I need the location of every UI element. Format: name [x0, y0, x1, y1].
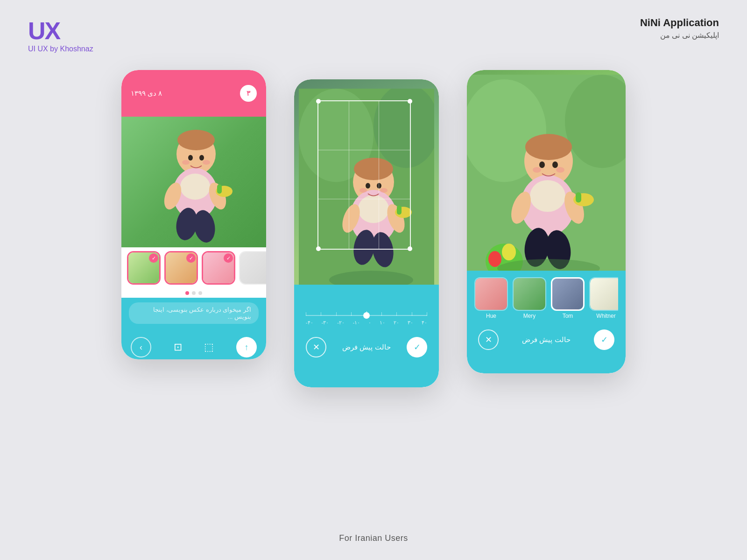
dot-2 [192, 291, 196, 295]
crop-default-label: حالت پیش فرض [342, 343, 390, 351]
svg-point-10 [188, 155, 193, 161]
app-title-block: NiNi Application اپلیکیشن نی نی من [640, 17, 719, 40]
notification-badge: ۳ [240, 85, 257, 102]
crop-cancel-button[interactable]: ✕ [306, 337, 326, 357]
footer-text: For Iranian Users [339, 533, 408, 543]
phone-1-main-image [121, 117, 266, 247]
svg-point-51 [488, 251, 501, 267]
logo-subtitle: UI UX by Khoshnaz [28, 45, 93, 53]
slider-label-n20: -۲۰ [337, 320, 345, 326]
caption-input[interactable]: اگر میخوای درباره عکس بنویسی، اینجا بنوی… [129, 302, 259, 324]
filter-tom-label: Tom [563, 313, 573, 319]
thumb-1[interactable]: ✓ [127, 251, 161, 285]
slider-label-10: ۱۰ [380, 320, 385, 326]
crop-confirm-button[interactable]: ✓ [407, 337, 427, 357]
svg-point-11 [199, 155, 204, 161]
phone-3-image [467, 70, 626, 271]
dot-indicator [121, 288, 266, 298]
filter-cancel-button[interactable]: ✕ [478, 329, 499, 350]
logo: UX [28, 19, 93, 43]
svg-point-36 [525, 134, 572, 160]
slider-label-20: ۲۰ [394, 320, 399, 326]
thumb-check-1: ✓ [149, 253, 158, 263]
svg-point-38 [530, 180, 565, 212]
svg-point-47 [533, 167, 541, 173]
svg-point-1 [177, 130, 215, 150]
dot-active [185, 291, 189, 295]
filter-item-hue[interactable]: Hue [474, 277, 508, 319]
filter-item-whitner[interactable]: Whitner [589, 277, 618, 319]
thumb-2[interactable]: ✓ [164, 251, 198, 285]
header-logo: UX UI UX by Khoshnaz [28, 19, 93, 53]
slider-label-n10: -۱۰ [353, 320, 360, 326]
phone-1: ۸ دی ۱۳۹۹ ۳ [121, 70, 266, 359]
app-title-arabic: اپلیکیشن نی نی من [640, 31, 719, 40]
svg-rect-42 [576, 192, 581, 203]
send-button[interactable]: ↑ [236, 337, 257, 357]
phone-2-image [294, 79, 439, 285]
thumb-3[interactable]: ✓ [202, 251, 235, 285]
filter-whitner-label: Whitner [596, 313, 615, 319]
thumb-check-3: ✓ [224, 253, 233, 263]
svg-point-12 [182, 160, 190, 165]
crop-icon[interactable]: ⊡ [174, 341, 182, 353]
svg-point-13 [203, 160, 210, 165]
filter-hue-label: Hue [486, 313, 496, 319]
slider-label-30: ۳۰ [408, 320, 413, 326]
phone-2-bottom: -۴۰ -۳۰ -۲۰ -۱۰ ۰ ۱۰ ۲۰ ۳۰ ۴۰ ✕ حالت پیش… [294, 285, 439, 387]
svg-point-46 [552, 161, 558, 168]
slider-labels: -۴۰ -۳۰ -۲۰ -۱۰ ۰ ۱۰ ۲۰ ۳۰ ۴۰ [306, 320, 427, 326]
caption-area: اگر میخوای درباره عکس بنویسی، اینجا بنوی… [121, 298, 266, 329]
filter-mery-label: Mery [523, 313, 536, 319]
svg-point-50 [502, 244, 516, 260]
filter-item-tom[interactable]: Tom [551, 277, 585, 319]
filter-item-mery[interactable]: Mery [513, 277, 546, 319]
svg-point-3 [180, 174, 210, 200]
phone-2-action-bar: ✕ حالت پیش فرض ✓ [306, 337, 427, 357]
phones-area: ۸ دی ۱۳۹۹ ۳ [0, 70, 747, 387]
svg-rect-7 [217, 184, 222, 194]
phone-2: -۴۰ -۳۰ -۲۰ -۱۰ ۰ ۱۰ ۲۰ ۳۰ ۴۰ ✕ حالت پیش… [294, 79, 439, 387]
phone-3: Hue Mery Tom [467, 70, 626, 373]
thumb-4[interactable] [239, 251, 266, 285]
slider-label-n40: -۴۰ [306, 320, 313, 326]
phone-3-action-bar: ✕ حالت پیش فرض ✓ [474, 326, 618, 350]
slider-label-n30: -۳۰ [322, 320, 329, 326]
rotation-slider-track [306, 315, 427, 316]
svg-point-48 [556, 167, 564, 173]
filter-confirm-button[interactable]: ✓ [594, 329, 614, 350]
phone-1-header: ۸ دی ۱۳۹۹ ۳ [121, 70, 266, 117]
phone-3-bottom: Hue Mery Tom [467, 271, 626, 373]
share-icon[interactable]: ⬚ [204, 341, 214, 353]
slider-label-0: ۰ [368, 320, 371, 326]
filter-row: Hue Mery Tom [474, 277, 618, 321]
phone-1-bottom-bar: ‹ ⊡ ⬚ ↑ [121, 329, 266, 359]
phone-1-date: ۸ دی ۱۳۹۹ [131, 89, 162, 98]
slider-label-40: ۴۰ [422, 320, 427, 326]
svg-point-45 [539, 161, 545, 168]
dot-3 [198, 291, 202, 295]
filter-default-label: حالت پیش فرض [522, 336, 570, 344]
app-title: NiNi Application [640, 17, 719, 29]
thumb-check-2: ✓ [186, 253, 196, 263]
back-button[interactable]: ‹ [131, 337, 151, 357]
